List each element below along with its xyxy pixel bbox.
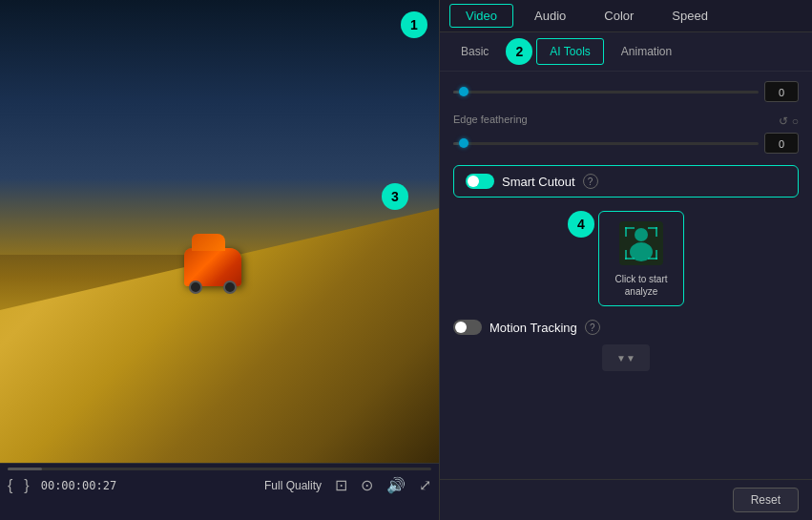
volume-button[interactable]: 🔊 (386, 476, 406, 494)
edge-feathering-section: Edge feathering ↺ ○ 0 (453, 114, 799, 154)
motion-tracking-info-icon[interactable]: ? (585, 320, 600, 335)
top-slider-track[interactable] (453, 91, 759, 94)
fullscreen-button[interactable]: ⤢ (419, 476, 431, 494)
sky-background (0, 0, 439, 255)
bottom-bar: Reset (440, 479, 812, 520)
top-slider-thumb[interactable] (459, 87, 468, 96)
edge-feathering-label: Edge feathering (453, 114, 528, 125)
top-slider-section: 0 (453, 81, 799, 102)
top-slider-row: 0 (453, 81, 799, 102)
subtab-basic[interactable]: Basic (448, 38, 502, 65)
reset-button[interactable]: Reset (733, 488, 799, 512)
vehicle-top (192, 234, 225, 251)
vehicle-wheel-left (189, 281, 202, 294)
more-content-button[interactable]: ▼▼ (602, 344, 650, 371)
badge-1: 1 (401, 11, 427, 38)
timeline[interactable] (8, 468, 431, 470)
quality-selector[interactable]: Full Quality (264, 479, 322, 492)
analyze-icon (617, 219, 665, 267)
motion-tracking-toggle[interactable] (453, 320, 482, 335)
tab-audio[interactable]: Audio (515, 0, 585, 31)
edge-feathering-thumb[interactable] (459, 138, 468, 148)
smart-cutout-header: Smart Cutout ? (466, 174, 786, 189)
vehicle-wheel-right (223, 281, 237, 294)
svg-point-1 (635, 228, 648, 241)
view-controls: Full Quality ⊡ ⊙ 🔊 ⤢ (264, 476, 431, 494)
tab-color[interactable]: Color (585, 0, 653, 31)
edge-feathering-slider-row: 0 (453, 133, 799, 154)
reset-ccw-icon[interactable]: ↺ (779, 114, 788, 128)
toggle-knob (468, 176, 479, 187)
motion-tracking-section: Motion Tracking ? (453, 314, 799, 341)
tab-speed[interactable]: Speed (653, 0, 727, 31)
edge-feathering-track[interactable] (453, 142, 759, 145)
analyze-label: Click to start analyze (607, 273, 676, 298)
trim-out-button[interactable]: } (24, 477, 29, 494)
vehicle-body (184, 248, 241, 286)
analyze-container: 4 (453, 211, 799, 306)
top-slider-value[interactable]: 0 (764, 81, 799, 102)
smart-cutout-section: Smart Cutout ? (453, 165, 799, 198)
motion-tracking-title: Motion Tracking (489, 321, 577, 335)
motion-toggle-knob (455, 322, 467, 333)
trim-in-button[interactable]: { (8, 477, 12, 494)
svg-rect-4 (625, 227, 627, 237)
video-preview: 1 3 (0, 0, 439, 463)
analyze-button[interactable]: Click to start analyze (598, 211, 684, 306)
subtab-aitools[interactable]: AI Tools (536, 38, 603, 65)
badge-3: 3 (382, 183, 408, 210)
badge-4: 4 (568, 211, 594, 238)
smart-cutout-info-icon[interactable]: ? (583, 174, 598, 189)
tab-video[interactable]: Video (449, 4, 513, 28)
motion-tracking-header: Motion Tracking ? (453, 314, 799, 341)
svg-rect-8 (625, 250, 627, 260)
video-controls: { } 00:00:00:27 Full Quality ⊡ ⊙ 🔊 ⤢ (0, 463, 439, 520)
badge-2: 2 (506, 38, 532, 65)
properties-panel: Video Audio Color Speed Basic 2 AI Tools… (439, 0, 812, 520)
vehicle-object (184, 248, 251, 301)
timeline-progress (8, 468, 42, 470)
svg-rect-6 (656, 227, 657, 237)
smart-cutout-toggle[interactable] (466, 174, 494, 189)
person-silhouette-icon (619, 221, 663, 265)
subtab-animation[interactable]: Animation (608, 38, 685, 65)
screen-fit-button[interactable]: ⊡ (335, 476, 347, 494)
video-panel: 1 3 { } 00:00:00:27 Full Quality ⊡ ⊙ 🔊 (0, 0, 439, 520)
timecode-display: 00:00:00:27 (41, 479, 116, 492)
playback-controls: { } 00:00:00:27 (8, 477, 116, 494)
svg-rect-10 (656, 250, 657, 260)
screenshot-button[interactable]: ⊙ (361, 476, 373, 494)
more-icon: ▼▼ (616, 353, 635, 364)
sub-tab-bar: Basic 2 AI Tools Animation (440, 32, 812, 72)
top-tab-bar: Video Audio Color Speed (440, 0, 812, 32)
panel-content: 0 Edge feathering ↺ ○ 0 (440, 72, 812, 479)
smart-cutout-title: Smart Cutout (502, 175, 575, 189)
reset-icons: ↺ ○ (779, 114, 799, 128)
edge-feathering-value[interactable]: 0 (764, 133, 799, 154)
reset-cw-icon[interactable]: ○ (792, 114, 799, 128)
